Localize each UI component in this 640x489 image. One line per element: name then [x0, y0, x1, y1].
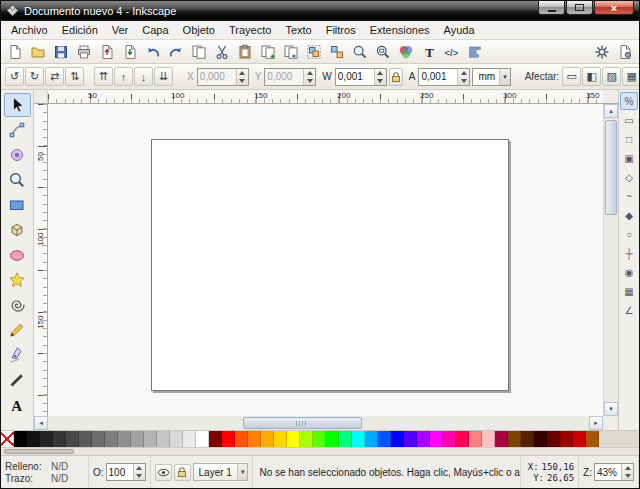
- minimize-button[interactable]: [538, 1, 565, 15]
- raise-to-top-button[interactable]: ⇈: [94, 67, 113, 86]
- spiral-tool[interactable]: [4, 293, 31, 317]
- snap-midpoint-button[interactable]: ┼: [620, 244, 638, 262]
- swatch-00aaff[interactable]: [365, 431, 378, 447]
- menu-ver[interactable]: Ver: [105, 22, 136, 38]
- layer-lock-button[interactable]: [174, 464, 191, 481]
- zoom-drawing-button[interactable]: [349, 41, 371, 63]
- vertical-scrollbar[interactable]: ▴ ▾: [603, 104, 618, 416]
- swatch-00ff80[interactable]: [339, 431, 352, 447]
- text-dialog-button[interactable]: T: [418, 41, 440, 63]
- cut-button[interactable]: [211, 41, 233, 63]
- move-patterns-button[interactable]: ▦: [622, 67, 640, 86]
- menu-extensiones[interactable]: Extensiones: [363, 22, 437, 38]
- canvas[interactable]: [48, 104, 603, 416]
- swatch-ff8000[interactable]: [248, 431, 261, 447]
- swatch-ff00ff[interactable]: [430, 431, 443, 447]
- swatch-c6c6c6[interactable]: [157, 431, 170, 447]
- scroll-left-button[interactable]: ◂: [34, 416, 48, 430]
- units-select[interactable]: mm ▾: [472, 68, 510, 86]
- move-gradients-button[interactable]: ▨: [602, 67, 621, 86]
- swatch-6c6c6c[interactable]: [92, 431, 105, 447]
- snap-center-button[interactable]: ◉: [620, 263, 638, 281]
- swatch-cc0000[interactable]: [573, 431, 586, 447]
- xml-editor-button[interactable]: </>: [441, 41, 463, 63]
- swatch-aa00ff[interactable]: [417, 431, 430, 447]
- menu-capa[interactable]: Capa: [135, 22, 175, 38]
- layer-visibility-button[interactable]: [155, 464, 172, 481]
- vertical-scroll-thumb[interactable]: [605, 120, 617, 215]
- fill-stroke-indicator[interactable]: Relleno:N/D Trazo:N/D: [1, 456, 89, 488]
- snap-guide-button[interactable]: ∠: [620, 301, 638, 319]
- snap-toggle-button[interactable]: %: [620, 92, 638, 110]
- raise-button[interactable]: ↑: [114, 67, 133, 86]
- star-tool[interactable]: [4, 268, 31, 292]
- swatch-484848[interactable]: [66, 431, 79, 447]
- clone-button[interactable]: [280, 41, 302, 63]
- width-input[interactable]: [336, 69, 374, 85]
- ellipse-tool[interactable]: [4, 243, 31, 267]
- swatch-7e7e7e[interactable]: [105, 431, 118, 447]
- swatch-ffff00[interactable]: [287, 431, 300, 447]
- swatch-990000[interactable]: [560, 431, 573, 447]
- swatch-000000[interactable]: [14, 431, 27, 447]
- swatch-242424[interactable]: [40, 431, 53, 447]
- y-spinner[interactable]: [303, 69, 315, 85]
- snap-path-button[interactable]: ~: [620, 187, 638, 205]
- menu-objeto[interactable]: Objeto: [176, 22, 222, 38]
- swatch-aa0044[interactable]: [495, 431, 508, 447]
- lower-button[interactable]: ↓: [134, 67, 153, 86]
- swatch-ffc0c0[interactable]: [482, 431, 495, 447]
- rotate-ccw-button[interactable]: ↺: [5, 67, 24, 86]
- snap-bbox-edge-button[interactable]: □: [620, 130, 638, 148]
- snap-bbox-button[interactable]: ▭: [620, 111, 638, 129]
- snap-nodes-button[interactable]: ◇: [620, 168, 638, 186]
- swatch-5a5a5a[interactable]: [79, 431, 92, 447]
- lock-ratio-button[interactable]: [389, 68, 403, 86]
- flip-vertical-button[interactable]: ⇅: [65, 67, 84, 86]
- tweak-tool[interactable]: [4, 143, 31, 167]
- swatch-ff0055[interactable]: [456, 431, 469, 447]
- snap-smooth-button[interactable]: ○: [620, 225, 638, 243]
- undo-button[interactable]: [142, 41, 164, 63]
- swatch-a2a2a2[interactable]: [131, 431, 144, 447]
- swatch-b4b4b4[interactable]: [144, 431, 157, 447]
- align-dialog-button[interactable]: [464, 41, 486, 63]
- opacity-spinner[interactable]: [133, 464, 145, 480]
- swatch-55ff00[interactable]: [313, 431, 326, 447]
- horizontal-scrollbar[interactable]: ◂ ▸: [34, 416, 618, 430]
- print-button[interactable]: [73, 41, 95, 63]
- swatch-660000[interactable]: [547, 431, 560, 447]
- menu-edicion[interactable]: Edición: [55, 22, 105, 38]
- swatch-552200[interactable]: [521, 431, 534, 447]
- swatch-ff00aa[interactable]: [443, 431, 456, 447]
- group-button[interactable]: [303, 41, 325, 63]
- menu-texto[interactable]: Texto: [278, 22, 318, 38]
- selector-tool[interactable]: [4, 93, 31, 117]
- import-button[interactable]: [119, 41, 141, 63]
- flip-horizontal-button[interactable]: ⇄: [45, 67, 64, 86]
- scale-stroke-button[interactable]: ▭: [562, 67, 581, 86]
- snap-grid-button[interactable]: ▦: [620, 282, 638, 300]
- swatch-330000[interactable]: [534, 431, 547, 447]
- new-document-button[interactable]: [4, 41, 26, 63]
- height-spinner[interactable]: [457, 69, 469, 85]
- zoom-tool[interactable]: [4, 168, 31, 192]
- vertical-scroll-track[interactable]: [604, 118, 618, 402]
- palette-scrollbar[interactable]: [1, 447, 639, 455]
- calligraphy-tool[interactable]: [4, 368, 31, 392]
- swatch-ffd500[interactable]: [274, 431, 287, 447]
- layer-select[interactable]: Layer 1 ▾: [193, 463, 249, 481]
- menu-filtros[interactable]: Filtros: [319, 22, 363, 38]
- menu-ayuda[interactable]: Ayuda: [437, 22, 482, 38]
- preferences-button[interactable]: [591, 41, 613, 63]
- swatch-0055ff[interactable]: [378, 431, 391, 447]
- text-tool[interactable]: A: [4, 393, 31, 417]
- close-button[interactable]: ×: [594, 1, 634, 15]
- scale-corners-button[interactable]: ◧: [582, 67, 601, 86]
- snap-cusp-button[interactable]: ◆: [620, 206, 638, 224]
- zoom-spinner[interactable]: [621, 464, 633, 480]
- y-input[interactable]: [265, 69, 303, 85]
- x-spinner[interactable]: [236, 69, 248, 85]
- swatch-909090[interactable]: [118, 431, 131, 447]
- ungroup-button[interactable]: [326, 41, 348, 63]
